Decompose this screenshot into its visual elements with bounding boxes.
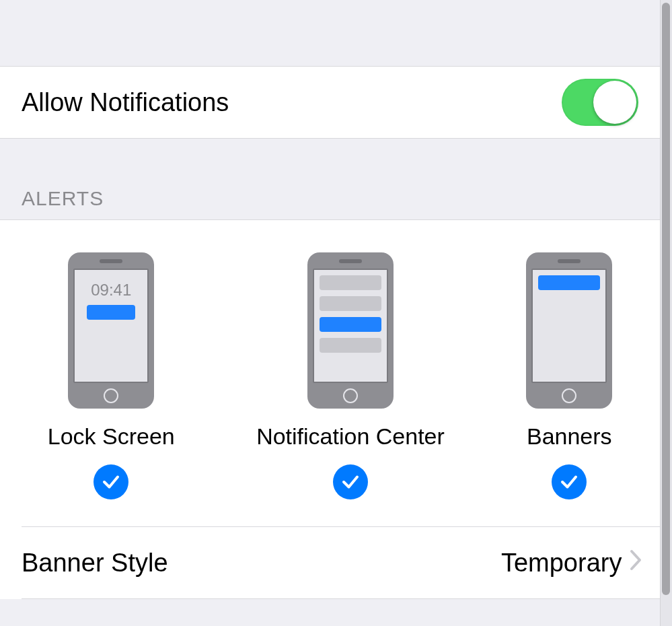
- banner-style-label: Banner Style: [22, 549, 168, 578]
- alert-option-label: Notification Center: [256, 423, 445, 450]
- divider: [22, 598, 660, 599]
- allow-notifications-toggle[interactable]: [562, 79, 638, 126]
- alerts-options: 09:41 Lock Screen: [0, 220, 660, 526]
- group-spacer-top: [0, 0, 660, 66]
- alerts-section-header: ALERTS: [0, 187, 660, 219]
- banner-style-row[interactable]: Banner Style Temporary: [0, 527, 660, 598]
- toggle-knob: [593, 81, 636, 124]
- phone-illustration-banners: [526, 252, 612, 409]
- alert-option-label: Lock Screen: [48, 423, 175, 450]
- phone-illustration-lock-screen: 09:41: [68, 252, 154, 409]
- phone-illustration-notification-center: [307, 252, 394, 409]
- alert-option-label: Banners: [527, 423, 612, 450]
- checkmark-icon: [94, 464, 128, 499]
- checkmark-icon: [333, 464, 368, 499]
- banner-style-value: Temporary: [501, 549, 622, 577]
- alert-option-banners[interactable]: Banners: [526, 252, 612, 499]
- checkmark-icon: [552, 464, 587, 499]
- group-spacer-mid: [0, 139, 660, 187]
- chevron-right-icon: [629, 549, 642, 577]
- allow-notifications-label: Allow Notifications: [22, 88, 229, 117]
- allow-notifications-row[interactable]: Allow Notifications: [0, 66, 660, 139]
- lock-screen-clock: 09:41: [91, 277, 131, 300]
- scrollbar-thumb[interactable]: [662, 3, 670, 595]
- alert-option-lock-screen[interactable]: 09:41 Lock Screen: [48, 252, 175, 499]
- alert-option-notification-center[interactable]: Notification Center: [256, 252, 445, 499]
- scrollbar-track[interactable]: [660, 0, 672, 626]
- alerts-panel: 09:41 Lock Screen: [0, 219, 660, 599]
